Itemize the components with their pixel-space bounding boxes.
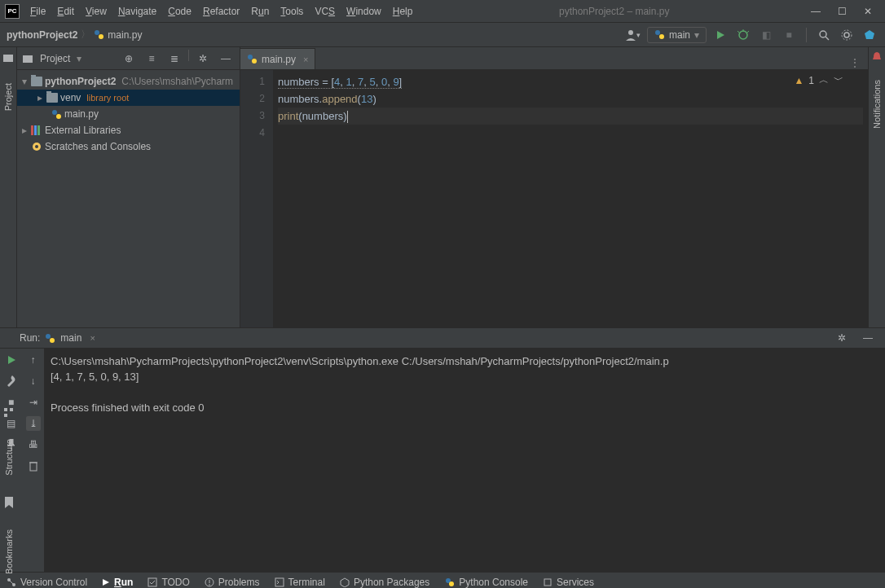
svg-point-22 xyxy=(248,55,253,59)
stop-button[interactable]: ■ xyxy=(780,26,798,44)
run-config-selector[interactable]: main ▾ xyxy=(647,27,707,43)
svg-rect-14 xyxy=(23,55,33,63)
menu-window[interactable]: Window xyxy=(341,4,387,19)
folder-icon xyxy=(46,93,58,103)
tree-external-libraries[interactable]: ▸ External Libraries xyxy=(17,122,240,138)
code-editor[interactable]: 1 2 3 4 numbers = [4, 1, 7, 5, 0, 9] num… xyxy=(240,70,868,327)
soft-wrap-icon[interactable]: ⇥ xyxy=(26,395,41,410)
close-tab-icon[interactable]: × xyxy=(303,55,308,64)
menu-tools[interactable]: Tools xyxy=(275,4,309,19)
tree-mainpy[interactable]: main.py xyxy=(17,106,240,122)
panel-settings-icon[interactable]: ✲ xyxy=(194,50,212,68)
terminal-tab[interactable]: Terminal xyxy=(275,577,325,588)
line-number[interactable]: 4 xyxy=(240,125,265,142)
scratches-icon xyxy=(31,141,42,152)
todo-tab[interactable]: TODO xyxy=(148,577,189,588)
services-tab[interactable]: Services xyxy=(543,577,594,588)
line-number[interactable]: 3 xyxy=(240,108,265,125)
run-button[interactable] xyxy=(711,26,729,44)
editor-tab-label: main.py xyxy=(262,54,296,65)
down-stack-icon[interactable]: ↓ xyxy=(26,374,41,388)
run-config-name: main xyxy=(669,29,690,41)
close-button[interactable]: ✕ xyxy=(862,6,874,17)
tree-root[interactable]: ▾ pythonProject2 C:\Users\mshah\Pycharm xyxy=(17,73,240,90)
project-side-tab[interactable]: Project xyxy=(2,80,15,114)
svg-point-1 xyxy=(99,34,103,39)
settings-icon[interactable] xyxy=(838,26,856,44)
up-stack-icon[interactable]: ↑ xyxy=(26,353,41,367)
python-packages-tab[interactable]: Python Packages xyxy=(340,577,429,588)
problems-tab[interactable]: Problems xyxy=(205,577,260,588)
code-with-me-icon[interactable] xyxy=(861,26,878,44)
svg-point-16 xyxy=(56,114,61,119)
hide-panel-icon[interactable]: — xyxy=(217,50,235,68)
svg-point-9 xyxy=(820,31,826,37)
clear-all-icon[interactable] xyxy=(26,459,41,473)
breadcrumb[interactable]: pythonProject2 〉 main.py xyxy=(7,28,142,42)
menu-refactor[interactable]: Refactor xyxy=(197,4,245,19)
project-panel-title[interactable]: Project xyxy=(40,53,70,64)
svg-line-8 xyxy=(747,31,749,33)
structure-side-tab[interactable]: Structure xyxy=(2,436,15,479)
bookmarks-side-tab[interactable]: Bookmarks xyxy=(2,526,15,577)
ext-lib-label: External Libraries xyxy=(45,125,121,136)
menu-code[interactable]: Code xyxy=(162,4,197,19)
minimize-button[interactable]: — xyxy=(810,6,821,17)
tree-scratches[interactable]: Scratches and Consoles xyxy=(17,138,240,155)
svg-point-5 xyxy=(739,31,747,39)
console-output[interactable]: C:\Users\mshah\PycharmProjects\pythonPro… xyxy=(44,349,885,572)
breadcrumb-project[interactable]: pythonProject2 xyxy=(7,29,77,41)
menu-view[interactable]: View xyxy=(80,4,112,19)
version-control-tab[interactable]: Version Control xyxy=(7,577,87,588)
collapse-all-icon[interactable]: ≣ xyxy=(165,50,183,68)
line-number[interactable]: 1 xyxy=(240,73,265,90)
user-icon[interactable]: ▾ xyxy=(624,26,642,44)
debug-button[interactable] xyxy=(734,26,752,44)
maximize-button[interactable]: ☐ xyxy=(836,6,848,17)
svg-rect-38 xyxy=(275,578,284,586)
close-run-tab-icon[interactable]: × xyxy=(90,333,95,343)
external-libraries-icon xyxy=(31,125,42,135)
line-number[interactable]: 2 xyxy=(240,90,265,108)
python-file-icon xyxy=(247,54,258,64)
menu-vcs[interactable]: VCS xyxy=(309,4,341,19)
print-icon[interactable]: 🖶 xyxy=(26,437,41,452)
menu-run[interactable]: Run xyxy=(245,4,275,19)
menu-navigate[interactable]: Navigate xyxy=(112,4,162,19)
svg-rect-41 xyxy=(544,579,551,586)
tree-file-label: main.py xyxy=(64,108,99,120)
breadcrumb-file[interactable]: main.py xyxy=(108,29,142,41)
expand-all-icon[interactable]: ≡ xyxy=(143,50,161,68)
run-tab[interactable]: Run xyxy=(102,577,133,588)
bookmarks-tool-icon[interactable] xyxy=(4,497,14,508)
svg-point-4 xyxy=(659,34,664,39)
select-opened-file-icon[interactable]: ⊕ xyxy=(120,50,138,68)
hide-run-panel-icon[interactable]: — xyxy=(859,329,877,347)
editor-more-icon[interactable]: ⋮ xyxy=(849,56,861,69)
menu-edit[interactable]: Edit xyxy=(51,4,80,19)
project-tool-icon[interactable] xyxy=(2,52,14,64)
scroll-to-end-icon[interactable]: ⤓ xyxy=(26,416,41,431)
svg-point-3 xyxy=(655,30,660,35)
tree-venv[interactable]: ▸ venv library root xyxy=(17,90,240,106)
inspection-widget[interactable]: ▲ 1 ︿ ﹀ xyxy=(794,73,843,87)
run-settings-icon[interactable]: ✲ xyxy=(833,329,851,347)
project-tree[interactable]: ▾ pythonProject2 C:\Users\mshah\Pycharm … xyxy=(17,70,240,158)
structure-tool-icon[interactable] xyxy=(3,407,14,418)
menu-help[interactable]: Help xyxy=(387,4,419,19)
run-tool-window: Run: main × ✲ — ■ ▤ ↑ ↓ ⇥ ⤓ 🖶 C:\Users\m… xyxy=(0,327,885,572)
run-tab-name[interactable]: main xyxy=(60,332,81,344)
next-highlight-icon[interactable]: ﹀ xyxy=(834,73,843,87)
editor-tab-mainpy[interactable]: main.py × xyxy=(240,48,315,69)
line-gutter[interactable]: 1 2 3 4 xyxy=(240,70,273,327)
notifications-side-tab[interactable]: Notifications xyxy=(870,77,883,132)
notifications-icon[interactable] xyxy=(871,50,883,62)
tree-venv-name: venv xyxy=(60,92,81,103)
search-icon[interactable] xyxy=(815,26,833,44)
svg-rect-24 xyxy=(4,408,7,411)
tree-project-name: pythonProject2 xyxy=(45,76,116,87)
python-console-tab[interactable]: Python Console xyxy=(444,577,528,588)
menu-file[interactable]: File xyxy=(24,4,51,19)
run-coverage-button[interactable]: ◧ xyxy=(757,26,775,44)
prev-highlight-icon[interactable]: ︿ xyxy=(819,73,829,87)
